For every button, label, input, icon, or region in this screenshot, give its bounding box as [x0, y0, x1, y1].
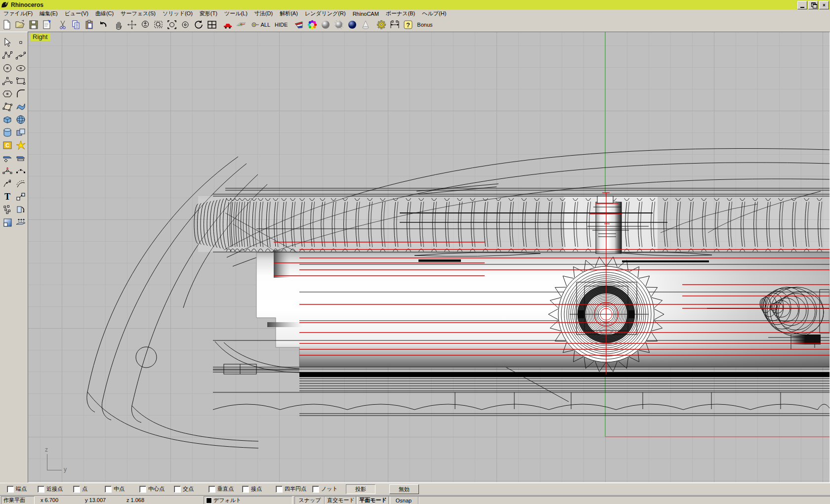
move-tool-button[interactable]	[14, 190, 27, 203]
trim-tool-button[interactable]	[1, 152, 13, 164]
menu-item-12[interactable]: ボーナス(B)	[382, 9, 418, 18]
render-hatch-button[interactable]	[332, 19, 345, 31]
menu-item-11[interactable]: RhinoCAM	[349, 10, 382, 17]
menu-item-0[interactable]: ファイル(F)	[0, 9, 36, 18]
point-tool-button[interactable]	[14, 36, 27, 48]
handle-curve-tool-button[interactable]	[1, 177, 13, 190]
osnap-checkbox-1[interactable]: 近接点	[38, 485, 63, 493]
polygon-tool-button[interactable]	[1, 87, 13, 100]
osnap-checkbox-0[interactable]: 端点	[7, 485, 27, 493]
curve-tool-button[interactable]	[14, 49, 27, 61]
new-file-button[interactable]	[0, 19, 13, 31]
copy-button[interactable]	[70, 19, 83, 31]
osnap-checkbox-7[interactable]: 接点	[242, 485, 262, 493]
planar-toggle[interactable]: 平面モード	[356, 496, 390, 504]
shade-view-tool-button[interactable]	[1, 216, 13, 228]
title-bar[interactable]: Rhinoceros ×	[0, 0, 830, 9]
menu-item-2[interactable]: ビュー(V)	[61, 9, 92, 18]
zoom-extents-button[interactable]	[179, 19, 192, 31]
scatter-points-tool-button[interactable]	[1, 203, 13, 215]
menu-item-10[interactable]: レンダリング(R)	[301, 9, 349, 18]
cylinder-tool-button[interactable]	[1, 126, 13, 138]
osnap-checkbox-8[interactable]: 四半円点	[276, 485, 306, 493]
checkbox-icon[interactable]	[208, 486, 215, 493]
ortho-toggle[interactable]: 直交モード	[324, 496, 358, 504]
osnap-project-button[interactable]: 投影	[346, 484, 375, 494]
sphere-tool-button[interactable]	[14, 113, 27, 126]
osnap-disable-button[interactable]: 無効	[389, 484, 419, 494]
menu-item-6[interactable]: 変形(T)	[196, 9, 221, 18]
open-file-button[interactable]	[14, 19, 27, 31]
cplane-button[interactable]	[235, 19, 248, 31]
menu-item-13[interactable]: ヘルプ(H)	[418, 9, 450, 18]
checkbox-icon[interactable]	[73, 486, 80, 493]
rectangle-tool-button[interactable]	[14, 75, 27, 87]
explode-tool-button[interactable]	[14, 139, 27, 151]
cone-button[interactable]	[359, 19, 372, 31]
circle-tool-button[interactable]	[1, 62, 13, 74]
cplane-pane[interactable]: 作業平面	[1, 496, 35, 504]
dimension-button[interactable]	[388, 19, 401, 31]
point-all-button[interactable]: ALL	[248, 19, 273, 31]
render-blue-button[interactable]	[346, 19, 359, 31]
checkbox-icon[interactable]	[139, 486, 146, 493]
osnap-toggle[interactable]: Osnap	[388, 496, 419, 504]
cut-button[interactable]	[56, 19, 69, 31]
undo-view-button[interactable]	[192, 19, 205, 31]
box-tool-button[interactable]	[1, 113, 13, 126]
menu-item-7[interactable]: ツール(L)	[221, 9, 251, 18]
boolean-tool-button[interactable]	[14, 126, 27, 138]
restore-icon[interactable]	[808, 1, 818, 9]
viewport-title-label[interactable]: Right	[31, 33, 50, 41]
osnap-checkbox-3[interactable]: 中点	[105, 485, 124, 493]
polyline-tool-button[interactable]	[1, 49, 13, 61]
minimize-icon[interactable]	[797, 1, 807, 9]
menu-item-4[interactable]: サーフェス(S)	[117, 9, 159, 18]
array-tool-button[interactable]	[14, 216, 27, 228]
ellipse-tool-button[interactable]	[14, 62, 27, 74]
offset-curve-tool-button[interactable]	[14, 177, 27, 190]
undo-button[interactable]	[96, 19, 109, 31]
move-car-button[interactable]	[221, 19, 234, 31]
select-tool-button[interactable]	[1, 36, 13, 48]
fillet-tool-button[interactable]	[14, 87, 27, 100]
help-button[interactable]: ?	[402, 19, 415, 31]
menu-item-3[interactable]: 曲線(C)	[92, 9, 117, 18]
render-sphere-button[interactable]	[319, 19, 332, 31]
layer-pane[interactable]: デフォルト	[204, 496, 292, 504]
close-icon[interactable]: ×	[819, 1, 829, 9]
menu-item-9[interactable]: 解析(A)	[276, 9, 301, 18]
osnap-checkbox-5[interactable]: 交点	[174, 485, 194, 493]
menu-item-1[interactable]: 編集(E)	[36, 9, 61, 18]
rotate-view-button[interactable]	[125, 19, 138, 31]
checkbox-icon[interactable]	[7, 486, 14, 493]
paste-button[interactable]	[83, 19, 96, 31]
wedge-button[interactable]	[292, 19, 305, 31]
move-points-tool-button[interactable]	[1, 165, 13, 177]
menu-item-5[interactable]: ソリッド(O)	[159, 9, 196, 18]
snap-toggle[interactable]: スナップ	[294, 496, 325, 504]
osnap-checkbox-4[interactable]: 中心点	[139, 485, 165, 493]
text-tool-button[interactable]: T	[1, 190, 13, 203]
osnap-checkbox-2[interactable]: 点	[73, 485, 87, 493]
checkbox-icon[interactable]	[312, 486, 319, 493]
checkbox-icon[interactable]	[38, 486, 44, 493]
bonus-button[interactable]: Bonus	[415, 19, 434, 31]
zoom-selected-button[interactable]	[166, 19, 178, 31]
menu-item-8[interactable]: 寸法(D)	[251, 9, 276, 18]
checkbox-icon[interactable]	[242, 486, 249, 493]
viewport-layout-button[interactable]	[206, 19, 218, 31]
save-button[interactable]	[27, 19, 40, 31]
pan-button[interactable]	[112, 19, 125, 31]
color-wheel-button[interactable]	[306, 19, 319, 31]
surface-patch-tool-button[interactable]	[1, 100, 13, 113]
zoom-dynamic-button[interactable]	[139, 19, 152, 31]
surface-curved-tool-button[interactable]	[14, 100, 27, 113]
checkbox-icon[interactable]	[105, 486, 112, 493]
edit-points-tool-button[interactable]	[14, 165, 27, 177]
arc-tool-button[interactable]	[1, 75, 13, 87]
gears-button[interactable]	[375, 19, 388, 31]
checkbox-icon[interactable]	[276, 486, 283, 493]
print-button[interactable]	[41, 19, 53, 31]
rotate-tool-button[interactable]	[14, 203, 27, 215]
